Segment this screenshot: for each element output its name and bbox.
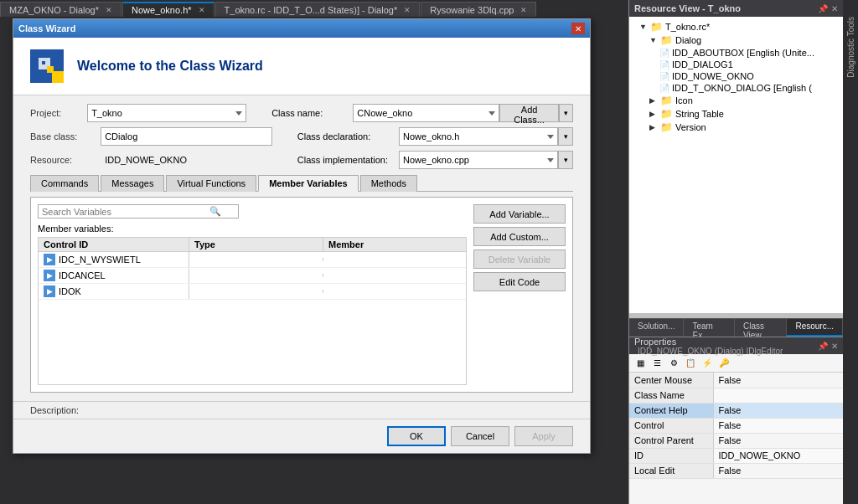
tab-virtual-functions[interactable]: Virtual Functions	[166, 175, 256, 192]
tab-commands[interactable]: Commands	[30, 175, 99, 192]
class-implementation-dropdown[interactable]: ▾	[558, 151, 573, 169]
prop-name-context-help: Context Help	[629, 403, 713, 418]
prop-row-class-name[interactable]: Class Name	[629, 388, 843, 403]
class-declaration-select[interactable]: Nowe_okno.h	[399, 127, 558, 146]
panel-control-icons: 📌 ✕	[818, 4, 838, 13]
prop-row-center-mouse[interactable]: Center Mouse False	[629, 373, 843, 388]
resource-view-titlebar: Resource View - T_okno 📌 ✕	[629, 0, 843, 17]
tree-item-icon[interactable]: ▶ 📁 Icon	[629, 94, 843, 107]
prop-value-control-parent[interactable]: False	[713, 433, 843, 448]
tab-resource[interactable]: Resourc...	[787, 319, 843, 337]
tab-solution[interactable]: Solution...	[629, 319, 684, 337]
cancel-button[interactable]: Cancel	[451, 426, 509, 446]
tab-messages[interactable]: Messages	[101, 175, 164, 192]
properties-panel: Properties IDD_NOWE_OKNO (Dialog) IDlgEd…	[628, 337, 843, 504]
tree-item-dialog1[interactable]: 📄 IDD_DIALOG1	[629, 59, 843, 70]
tree-item-t-okno-dialog[interactable]: 📄 IDD_T_OKNO_DIALOG [English (	[629, 82, 843, 94]
tree-folder-dialog: 📁	[660, 34, 673, 46]
add-class-button[interactable]: Add Class...	[499, 104, 560, 122]
bottom-tabs: Solution... Team Ex... Class View Resour…	[629, 318, 843, 337]
properties-subtitle: IDD_NOWE_OKNO (Dialog) IDlgEditor	[638, 347, 783, 356]
prop-value-local-edit[interactable]: False	[713, 463, 843, 478]
props-icon-filter[interactable]: 📋	[683, 357, 698, 370]
tab-team-ex[interactable]: Team Ex...	[684, 319, 735, 337]
tree-item-string-table[interactable]: ▶ 📁 String Table	[629, 107, 843, 121]
tab-methods[interactable]: Methods	[360, 175, 417, 192]
tab-class-view[interactable]: Class View	[735, 319, 787, 337]
table-row[interactable]: ▶ IDC_N_WYSWIETL	[39, 252, 466, 268]
member-main: 🔍 Member variables: Control ID Type Memb…	[38, 204, 467, 385]
diagnostic-tools-label[interactable]: Diagnostic Tools	[846, 17, 855, 78]
base-class-input[interactable]	[101, 127, 272, 146]
class-implementation-select[interactable]: Nowe_okno.cpp	[399, 151, 558, 169]
tree-item-dialog[interactable]: ▼ 📁 Dialog	[629, 33, 843, 47]
props-icon-events[interactable]: ⚡	[700, 357, 715, 370]
tree-folder-icon: 📁	[660, 95, 673, 106]
table-row[interactable]: ▶ IDCANCEL	[39, 268, 466, 284]
tree-folder-string-table: 📁	[660, 108, 673, 120]
props-icon-grid[interactable]: ▦	[633, 357, 648, 370]
member-variables-panel: 🔍 Member variables: Control ID Type Memb…	[30, 197, 573, 393]
prop-row-control[interactable]: Control False	[629, 418, 843, 433]
search-input[interactable]	[42, 207, 209, 217]
tree-folder-root: 📁	[650, 21, 663, 33]
properties-title-group: Properties IDD_NOWE_OKNO (Dialog) IDlgEd…	[634, 337, 783, 356]
resource-input	[101, 151, 272, 169]
variable-table-header: Control ID Type Member	[38, 237, 467, 251]
dialog-header: Welcome to the Class Wizard	[13, 38, 590, 95]
wizard-icon	[30, 49, 64, 83]
prop-value-id[interactable]: IDD_NOWE_OKNO	[713, 448, 843, 463]
dialog-header-title: Welcome to the Class Wizard	[77, 59, 263, 74]
tree-item-version[interactable]: ▶ 📁 Version	[629, 121, 843, 134]
tree-label-string-table: String Table	[675, 109, 724, 119]
pin-icon-props[interactable]: 📌	[818, 342, 828, 351]
dialog-overlay: Class Wizard ✕ Welcome to the Class Wiza…	[0, 0, 595, 504]
prop-row-id[interactable]: ID IDD_NOWE_OKNO	[629, 448, 843, 463]
prop-value-class-name[interactable]	[713, 388, 843, 403]
add-custom-button[interactable]: Add Custom...	[473, 227, 566, 246]
class-implementation-label: Class implementation:	[297, 155, 390, 165]
prop-name-center-mouse: Center Mouse	[629, 373, 713, 388]
props-icon-list[interactable]: ☰	[649, 357, 664, 370]
add-variable-button[interactable]: Add Variable...	[473, 204, 566, 224]
edit-code-button[interactable]: Edit Code	[473, 272, 566, 291]
col-header-control: Control ID	[39, 238, 189, 251]
prop-row-context-help[interactable]: Context Help False	[629, 403, 843, 418]
member-content-row: 🔍 Member variables: Control ID Type Memb…	[38, 204, 566, 385]
tree-arrow-string-table: ▶	[649, 110, 658, 118]
table-row[interactable]: ▶ IDOK	[39, 284, 466, 300]
apply-button[interactable]: Apply	[514, 426, 573, 446]
tree-label-dialog1: IDD_DIALOG1	[672, 59, 733, 69]
search-icon: 🔍	[209, 206, 221, 217]
prop-value-center-mouse[interactable]: False	[713, 373, 843, 388]
close-icon[interactable]: ✕	[831, 4, 838, 13]
tree-item-root[interactable]: ▼ 📁 T_okno.rc*	[629, 20, 843, 33]
project-label: Project:	[30, 108, 79, 118]
class-declaration-group: Nowe_okno.h ▾	[399, 127, 573, 146]
delete-variable-button[interactable]: Delete Variable	[473, 249, 566, 269]
dialog-close-button[interactable]: ✕	[571, 23, 585, 34]
pin-icon[interactable]: 📌	[818, 4, 828, 13]
project-select[interactable]: T_okno	[87, 104, 246, 122]
tree-item-aboutbox[interactable]: 📄 IDD_ABOUTBOX [English (Unite...	[629, 47, 843, 59]
add-class-dropdown[interactable]: ▾	[559, 104, 573, 122]
props-icon-key[interactable]: 🔑	[716, 357, 731, 370]
tab-member-variables[interactable]: Member Variables	[258, 175, 359, 192]
ok-button[interactable]: OK	[387, 426, 446, 446]
prop-row-local-edit[interactable]: Local Edit False	[629, 463, 843, 478]
diagnostic-sidebar: Diagnostic Tools	[843, 0, 858, 504]
prop-name-control: Control	[629, 418, 713, 433]
tree-item-nowe-okno[interactable]: 📄 IDD_NOWE_OKNO	[629, 70, 843, 82]
dialog-window: Class Wizard ✕ Welcome to the Class Wiza…	[13, 18, 591, 454]
class-name-select[interactable]: CNowe_okno	[353, 104, 499, 122]
props-icon-sort[interactable]: ⚙	[666, 357, 681, 370]
tree-label-t-okno-dialog: IDD_T_OKNO_DIALOG [English (	[672, 83, 812, 93]
close-icon-props[interactable]: ✕	[831, 342, 838, 351]
prop-row-control-parent[interactable]: Control Parent False	[629, 433, 843, 448]
class-declaration-dropdown[interactable]: ▾	[558, 127, 573, 146]
prop-value-control[interactable]: False	[713, 418, 843, 433]
prop-value-context-help[interactable]: False	[713, 403, 843, 418]
resource-label: Resource:	[30, 155, 92, 165]
class-name-label: Class name:	[271, 108, 344, 118]
tree-file-dialog1: 📄	[659, 60, 669, 69]
